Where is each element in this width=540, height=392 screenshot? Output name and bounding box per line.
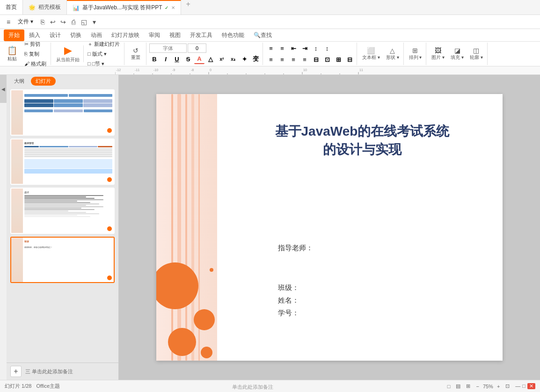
font-name-input[interactable]	[149, 44, 187, 53]
para-extra-btn[interactable]: ⊟	[344, 54, 355, 65]
ribbon-tab-start[interactable]: 开始	[4, 29, 24, 41]
slide-canvas[interactable]: 基于JavaWeb的在线考试系统 的设计与实现 指导老师： 班级： 姓名： 学号…	[156, 94, 503, 361]
ribbon-tab-list: 开始 插入 设计 切换 动画 幻灯片放映 审阅 视图 开发工具 特色功能 🔍查找	[0, 29, 540, 42]
cut-button[interactable]: ✂ 剪切	[22, 40, 49, 49]
slide-title[interactable]: 基于JavaWeb的在线考试系统 的设计与实现	[231, 122, 493, 159]
fill-button[interactable]: ◪ 填充 ▾	[448, 46, 466, 62]
indent-inc-btn[interactable]: ⇥	[299, 43, 310, 53]
shape-button[interactable]: △ 形状 ▾	[384, 46, 401, 62]
clear-format-btn[interactable]: ✦	[239, 54, 249, 64]
col-btn[interactable]: ⊟	[311, 54, 321, 65]
line-spacing-btn[interactable]: ↕	[311, 43, 321, 53]
font-color-btn[interactable]: A	[194, 54, 204, 64]
slide-class-label[interactable]: 班级：	[278, 281, 299, 294]
sidebar-bottom-hint: 三 单击此处添加备注	[25, 368, 73, 375]
slide-title-line1: 基于JavaWeb的在线考试系统	[231, 122, 493, 140]
align-left-btn[interactable]: ≡	[266, 54, 276, 65]
para-spacing-btn[interactable]: ↕	[322, 43, 332, 53]
fit-btn[interactable]: ⊡	[504, 383, 511, 390]
image-button[interactable]: 🖼 图片 ▾	[429, 46, 447, 62]
menu-save[interactable]: ⎘	[38, 17, 47, 27]
italic-button[interactable]: I	[161, 54, 171, 64]
slide-thumb-28[interactable]: 28 致谢 谢谢聆听，请各位老师批评指正！	[10, 237, 115, 283]
sidebar-tab-slides[interactable]: 幻灯片	[31, 77, 56, 86]
slide-thumb-26[interactable]: 26 教师管理	[10, 138, 115, 185]
sidebar-tab-outline[interactable]: 大纲	[10, 77, 28, 86]
tab-template[interactable]: 🌟 稻壳模板	[23, 0, 67, 15]
ribbon-tab-switch[interactable]: 切换	[66, 29, 86, 41]
copy-button[interactable]: ⎘ 复制	[22, 50, 49, 58]
close-btn[interactable]: ✕	[527, 383, 535, 389]
arrange-button[interactable]: ⊞ 排列 ▾	[407, 46, 424, 62]
align-center-btn[interactable]: ≡	[277, 54, 287, 65]
ribbon-tab-review[interactable]: 审阅	[144, 29, 165, 41]
ribbon-tab-features[interactable]: 特色功能	[217, 29, 249, 41]
zoom-in-btn[interactable]: +	[495, 383, 502, 390]
ribbon-tab-devtools[interactable]: 开发工具	[185, 29, 217, 41]
layout-icon: □	[88, 51, 91, 57]
list-num-btn[interactable]: ≡	[277, 43, 287, 53]
smart-art-btn[interactable]: ⊞	[333, 54, 343, 65]
menu-dropdown[interactable]: ▾	[89, 17, 99, 27]
menu-redo-btn[interactable]: ↪	[58, 17, 68, 27]
subscript-btn[interactable]: x₂	[228, 54, 238, 64]
bold-button[interactable]: B	[149, 54, 160, 64]
paste-label: 粘贴	[7, 56, 17, 62]
ribbon-tab-search[interactable]: 🔍查找	[249, 29, 277, 41]
underline-button[interactable]: U	[172, 54, 182, 64]
slide-thumb-25[interactable]	[10, 89, 115, 136]
layout-button[interactable]: □ 版式 ▾	[85, 50, 122, 58]
menu-copy-format[interactable]: ◱	[79, 17, 88, 27]
menu-hamburger[interactable]: ≡	[4, 17, 13, 27]
add-tab-btn[interactable]: +	[181, 0, 195, 15]
outline-button[interactable]: ◫ 轮廓 ▾	[467, 46, 485, 62]
from-start-button[interactable]: ▶ 从当前开始	[54, 44, 82, 64]
indent-dec-btn[interactable]: ⇤	[288, 43, 299, 53]
ribbon-tab-view[interactable]: 视图	[165, 29, 185, 41]
maximize-btn[interactable]: □	[522, 383, 525, 389]
svg-text:-10: -10	[153, 68, 158, 72]
text-dir-btn[interactable]: ⊡	[322, 54, 332, 65]
zoom-out-btn[interactable]: −	[474, 383, 481, 390]
menu-file[interactable]: 文件 ▾	[14, 16, 37, 27]
list-bullet-btn[interactable]: ≡	[266, 43, 276, 53]
add-slide-button[interactable]: +	[10, 366, 22, 377]
align-justify-btn[interactable]: ≡	[299, 54, 310, 65]
arrange-label: 排列 ▾	[409, 54, 422, 61]
svg-text:-9: -9	[172, 68, 175, 72]
slide-thumb-27[interactable]: 27 总计	[10, 188, 115, 234]
paste-button[interactable]: 📋 粘贴	[4, 44, 21, 63]
textbox-button[interactable]: ⬜ 文本框 ▾	[360, 46, 382, 62]
close-tab-btn[interactable]: ✕	[171, 5, 175, 10]
minimize-btn[interactable]: —	[515, 383, 520, 389]
ribbon-group-insert: ⬜ 文本框 ▾ △ 形状 ▾	[358, 43, 404, 65]
slide-id-label[interactable]: 学号：	[278, 306, 299, 319]
view-slideshow-btn[interactable]: ▤	[454, 383, 462, 390]
slide-name-label[interactable]: 姓名：	[278, 294, 299, 306]
sidebar-collapse-btn[interactable]: ◀	[0, 75, 7, 103]
menu-undo-btn[interactable]: ↩	[48, 17, 58, 27]
menu-print[interactable]: ⎙	[69, 17, 78, 27]
outline-label: 轮廓 ▾	[470, 54, 483, 61]
view-grid-btn[interactable]: ⊞	[464, 383, 472, 390]
tab-home[interactable]: 首页	[0, 0, 23, 15]
strikethrough-button[interactable]: S	[183, 54, 193, 64]
slide-dot-26	[107, 177, 112, 182]
align-right-btn[interactable]: ≡	[288, 54, 299, 65]
superscript-btn[interactable]: x²	[217, 54, 227, 64]
slide-thumb-27-inner: 总计	[11, 189, 114, 233]
new-slide-button[interactable]: ＋ 新建幻灯片	[85, 40, 122, 49]
highlight-btn[interactable]: △	[205, 54, 216, 64]
transform-btn[interactable]: 变	[250, 54, 261, 64]
image-label: 图片 ▾	[431, 54, 445, 61]
doc-tab-check: ✓	[165, 5, 168, 10]
shape-icon: △	[390, 47, 395, 54]
slides-panel: 26 教师管理	[7, 87, 118, 363]
tab-document[interactable]: 📊 基于JavaWeb...与实现 答辩PPT ✓ ✕	[67, 0, 181, 15]
view-normal-btn[interactable]: □	[445, 383, 452, 390]
reset-button[interactable]: ↺ 重置	[127, 46, 144, 62]
menu-bar: ≡ 文件 ▾ ⎘ ↩ ↪ ⎙ ◱ ▾	[0, 15, 540, 29]
shape-label: 形状 ▾	[386, 54, 399, 61]
slide-teacher-label[interactable]: 指导老师：	[278, 244, 313, 253]
font-size-input[interactable]	[188, 44, 206, 53]
